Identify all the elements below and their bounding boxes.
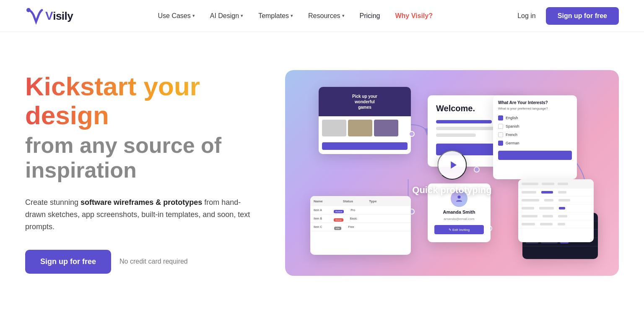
chevron-down-icon: ▾	[192, 13, 195, 18]
header: Visily Use Cases ▾ AI Design ▾ Templates…	[0, 0, 644, 32]
nav-why-visily[interactable]: Why Visily?	[395, 12, 433, 20]
main-nav: Use Cases ▾ AI Design ▾ Templates ▾ Reso…	[158, 12, 433, 20]
profile-edit-button: ✎ Edit Inviting	[434, 225, 484, 234]
play-label: Quick prototyping	[412, 185, 491, 196]
interests-card: What Are Your Interests? What is your pr…	[493, 95, 577, 179]
interest-checkbox-3	[498, 132, 503, 137]
logo-icon	[25, 7, 44, 25]
hero-headline: Kickstart your design	[25, 72, 260, 129]
right-table-card	[518, 179, 594, 242]
interests-button	[498, 151, 572, 160]
hero-description: Create stunning software wireframes & pr…	[25, 196, 260, 233]
thumb-3	[374, 120, 398, 136]
interest-checkbox-1	[498, 115, 503, 120]
hero-signup-button[interactable]: Sign up for free	[25, 250, 111, 274]
nav-use-cases[interactable]: Use Cases ▾	[158, 12, 195, 20]
interest-checkbox-2	[498, 124, 503, 129]
rt-header	[518, 179, 594, 188]
dot-connector-1	[409, 131, 415, 137]
play-button[interactable]	[437, 150, 467, 180]
hero-subheadline: from any source of inspiration	[25, 133, 260, 183]
rt-row-3	[518, 204, 594, 212]
hero-visual: Pick up yourwonderfulgames	[285, 70, 619, 276]
header-signup-button[interactable]: Sign up for free	[546, 7, 619, 25]
logo[interactable]: Visily	[25, 7, 73, 25]
welcome-bar-3	[436, 133, 476, 137]
table-row-1: Item A Active Pro	[310, 206, 411, 215]
chevron-down-icon: ▾	[291, 13, 293, 18]
hero-section: Kickstart your design from any source of…	[0, 32, 644, 314]
svg-point-2	[457, 196, 460, 199]
nav-templates[interactable]: Templates ▾	[258, 12, 293, 20]
hero-image: Pick up yourwonderfulgames	[285, 70, 619, 276]
svg-point-0	[26, 8, 31, 12]
interests-sub: What is your preferred language?	[493, 107, 577, 114]
header-actions: Log in Sign up for free	[517, 7, 619, 25]
welcome-bar-1	[436, 120, 492, 123]
rt-row-2	[518, 196, 594, 204]
profile-email: amanda@email.com	[444, 217, 474, 221]
logo-text: Visily	[45, 9, 73, 23]
interest-option-1: English	[493, 114, 577, 122]
profile-name: Amanda Smith	[443, 209, 475, 215]
pickup-card-text: Pick up yourwonderfulgames	[352, 94, 377, 110]
table-row-3: Item C Idle Free	[310, 223, 411, 231]
table-row-2: Item B Done Basic	[310, 215, 411, 223]
chevron-down-icon: ▾	[241, 13, 243, 18]
interests-title: What Are Your Interests?	[493, 95, 577, 107]
nav-ai-design[interactable]: AI Design ▾	[210, 12, 243, 20]
table-card: Name Status Type Item A Active Pro Item …	[310, 196, 411, 255]
play-overlay: Quick prototyping	[412, 150, 491, 196]
interest-option-4: German	[493, 139, 577, 147]
chevron-down-icon: ▾	[342, 13, 345, 18]
rt-row-5	[518, 220, 594, 228]
rt-row-4	[518, 212, 594, 220]
thumb-1	[322, 120, 346, 136]
no-credit-card-label: No credit card required	[119, 258, 188, 265]
rt-row-1	[518, 188, 594, 196]
nav-resources[interactable]: Resources ▾	[308, 12, 344, 20]
thumb-2	[348, 120, 372, 136]
pickup-card: Pick up yourwonderfulgames	[319, 87, 411, 154]
play-icon	[447, 159, 459, 171]
hero-content: Kickstart your design from any source of…	[25, 72, 260, 273]
interest-checkbox-4	[498, 141, 503, 146]
interest-option-2: Spanish	[493, 122, 577, 131]
hero-cta: Sign up for free No credit card required	[25, 250, 260, 274]
interest-option-3: French	[493, 131, 577, 139]
login-button[interactable]: Log in	[517, 12, 536, 20]
nav-pricing[interactable]: Pricing	[360, 12, 380, 20]
